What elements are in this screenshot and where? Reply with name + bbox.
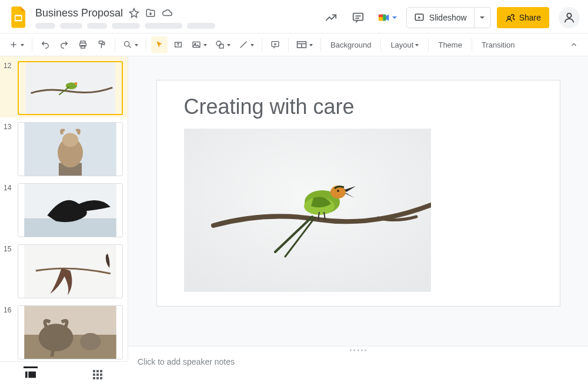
svg-point-21: [216, 41, 221, 46]
svg-rect-47: [96, 370, 99, 372]
google-slides-app: Business Proposal: [0, 0, 588, 387]
textbox-tool[interactable]: [170, 36, 186, 53]
svg-rect-49: [93, 373, 95, 376]
zoom-button[interactable]: [120, 36, 141, 53]
thumbnail-image: [18, 305, 123, 359]
redo-button[interactable]: [56, 36, 72, 53]
share-label: Share: [519, 13, 541, 22]
slide-canvas[interactable]: Creating with care: [128, 56, 588, 346]
toolbar: Background Layout Theme Transition: [0, 33, 588, 56]
meet-button[interactable]: [375, 7, 400, 28]
slide-title[interactable]: Creating with care: [184, 95, 533, 119]
svg-rect-53: [96, 377, 99, 379]
line-tool[interactable]: [236, 36, 257, 53]
image-tool[interactable]: [189, 36, 210, 53]
move-icon[interactable]: [145, 8, 156, 18]
slides-logo[interactable]: [8, 7, 29, 28]
slide-number: 14: [4, 183, 14, 237]
layout-button[interactable]: Layout: [386, 41, 423, 49]
slide-thumbnail[interactable]: 13: [0, 117, 128, 179]
slide-number: 15: [4, 244, 14, 298]
slide-thumbnail[interactable]: 12: [0, 56, 128, 117]
svg-rect-1: [15, 16, 21, 20]
filmstrip-view-icon[interactable]: [24, 366, 38, 381]
slideshow-dropdown[interactable]: [475, 7, 491, 28]
account-avatar[interactable]: [559, 7, 580, 28]
svg-point-32: [75, 82, 78, 85]
slideshow-button[interactable]: Slideshow: [406, 7, 475, 28]
svg-line-15: [129, 46, 131, 48]
svg-rect-22: [219, 44, 223, 48]
svg-rect-52: [93, 377, 95, 379]
svg-rect-51: [100, 373, 102, 376]
svg-point-60: [337, 190, 339, 192]
slide[interactable]: Creating with care: [156, 80, 560, 307]
svg-rect-2: [353, 14, 363, 21]
thumbnail-image: [18, 122, 123, 176]
shape-tool[interactable]: [212, 36, 233, 53]
svg-point-43: [80, 333, 101, 350]
transition-button[interactable]: Transition: [477, 41, 520, 49]
notes-placeholder[interactable]: Click to add speaker notes: [128, 355, 588, 369]
svg-rect-45: [28, 371, 36, 378]
paint-format-button[interactable]: [93, 36, 110, 53]
svg-point-42: [39, 324, 74, 351]
svg-rect-44: [25, 371, 28, 378]
slide-number: 12: [4, 61, 14, 115]
comments-icon[interactable]: [348, 7, 369, 28]
body: 12 13 14 15: [0, 56, 588, 387]
print-button[interactable]: [75, 36, 91, 53]
svg-rect-13: [99, 41, 103, 43]
select-tool[interactable]: [151, 36, 168, 53]
svg-rect-46: [93, 370, 95, 372]
slide-number: 16: [4, 305, 14, 359]
thumbnail-image: [18, 61, 123, 115]
header-actions: Slideshow Share: [320, 7, 580, 28]
svg-point-14: [125, 42, 129, 46]
document-title[interactable]: Business Proposal: [35, 7, 123, 19]
svg-rect-48: [100, 370, 102, 372]
filmstrip-view-toggle: [0, 361, 128, 387]
slide-thumbnail[interactable]: 14: [0, 179, 128, 240]
notes-resize-handle[interactable]: [128, 346, 588, 355]
slideshow-label: Slideshow: [429, 13, 467, 22]
svg-point-6: [507, 16, 510, 19]
menu-bar-placeholder: [35, 23, 320, 29]
svg-rect-50: [96, 373, 99, 376]
new-slide-button[interactable]: [6, 36, 27, 53]
share-button[interactable]: Share: [497, 7, 549, 28]
add-comment-button[interactable]: [267, 36, 283, 53]
grid-view-icon[interactable]: [91, 368, 105, 382]
title-block: Business Proposal: [35, 7, 320, 29]
slide-layout-tool[interactable]: [293, 36, 316, 53]
thumbnail-image: [18, 244, 123, 298]
slide-image[interactable]: [184, 129, 431, 292]
undo-button[interactable]: [37, 36, 54, 53]
svg-point-7: [567, 14, 571, 18]
star-icon[interactable]: [129, 8, 139, 18]
speaker-notes[interactable]: Click to add speaker notes: [128, 346, 588, 387]
svg-rect-54: [100, 377, 102, 379]
slide-thumbnail[interactable]: 16: [0, 301, 128, 361]
header-bar: Business Proposal: [0, 0, 588, 31]
thumbnail-image: [18, 183, 123, 237]
collapse-toolbar-button[interactable]: [566, 36, 582, 53]
svg-point-36: [62, 133, 78, 147]
canvas-area: Creating with care: [128, 56, 588, 387]
activity-icon[interactable]: [320, 7, 342, 28]
background-button[interactable]: Background: [326, 41, 376, 49]
cloud-status-icon[interactable]: [162, 8, 172, 18]
slide-number: 13: [4, 122, 14, 176]
filmstrip: 12 13 14 15: [0, 56, 128, 361]
theme-button[interactable]: Theme: [433, 41, 466, 49]
svg-line-23: [240, 42, 247, 48]
slide-thumbnail[interactable]: 15: [0, 240, 128, 301]
